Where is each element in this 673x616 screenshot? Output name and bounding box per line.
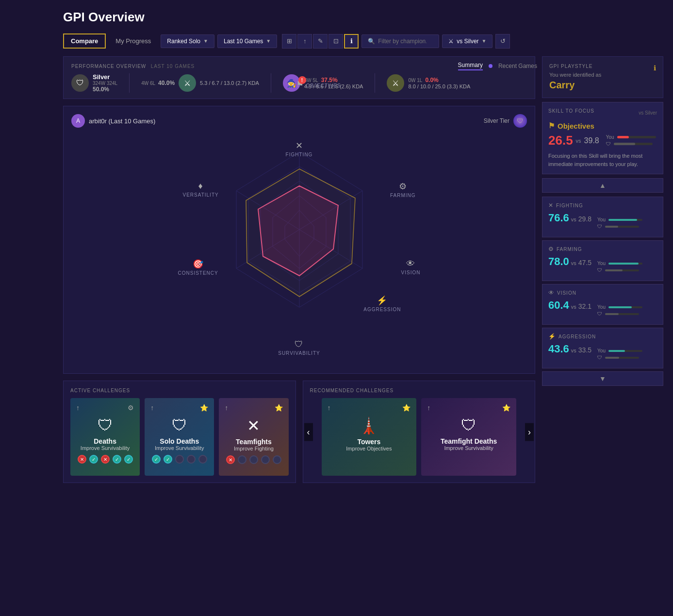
teamfight-deaths-card-subtitle: Improve Survivability — [444, 445, 493, 451]
solo-deaths-dot-4 — [187, 455, 196, 464]
challenge-card-deaths[interactable]: ↑ ⚙ 🛡 Deaths Improve Survivability ✕ ✓ ✕ — [70, 398, 140, 476]
skill-focus-you-bar-row: You — [606, 134, 656, 140]
tier-icon: 🛡 — [513, 114, 527, 128]
teamfights-top-icons: ↑ ⭐ — [225, 404, 282, 412]
radar-svg — [173, 133, 426, 366]
vision-silver-icon: 🛡 — [597, 311, 602, 316]
summary-tab[interactable]: Summary — [458, 62, 483, 70]
teamfight-deaths-card-content: ↑ ⭐ 🛡 Teamfight Deaths Improve Survivabi… — [421, 398, 516, 476]
collapse-button[interactable]: ▲ — [542, 178, 663, 193]
vs-silver-dropdown[interactable]: ⚔ vs Silver ▼ — [442, 34, 492, 48]
skill-vs-score: 39.8 — [584, 136, 599, 145]
consistency-icon: 🎯 — [178, 259, 218, 269]
radar-label-objectives: ⚑ ! OBJECTIVES — [193, 79, 445, 91]
towers-card-title: Towers — [357, 438, 380, 446]
vision-progress-bars: You 🛡 — [597, 304, 642, 316]
deaths-dot-5: ✓ — [124, 455, 133, 464]
view-edit-icon[interactable]: ✎ — [313, 34, 328, 49]
vision-card-header: 👁 VISION — [548, 289, 657, 296]
teamfights-center-icon: ✕ — [247, 416, 260, 435]
versatility-icon: ♦ — [183, 181, 219, 191]
refresh-button[interactable]: ↺ — [495, 34, 510, 49]
ranked-solo-dropdown[interactable]: Ranked Solo ▼ — [161, 34, 214, 48]
view-info-icon[interactable]: ℹ — [344, 34, 359, 49]
solo-deaths-dots: ✓ ✓ — [152, 455, 207, 464]
vision-silver-bar-fill — [605, 313, 619, 315]
solo-deaths-dot-2: ✓ — [164, 455, 172, 464]
deaths-card-title: Deaths — [94, 437, 116, 445]
compare-button[interactable]: Compare — [63, 33, 106, 49]
deaths-dot-2: ✓ — [89, 455, 98, 464]
view-list-icon[interactable]: ↑ — [297, 34, 312, 49]
fighting-you-bar-bg — [608, 219, 642, 221]
aggression-progress-bars: You 🛡 — [597, 348, 642, 360]
vision-icon: 👁 — [401, 259, 421, 269]
view-grid-icon[interactable]: ⊞ — [282, 34, 296, 49]
gpi-playstyle-section: GPI PLAYSTYLE ℹ You were identified as C… — [542, 56, 663, 98]
view-compact-icon[interactable]: ⊡ — [328, 34, 343, 49]
page-title: GPI Overview — [63, 10, 663, 25]
solo-deaths-icon-right: ⭐ — [200, 404, 208, 412]
active-challenges-label: ACTIVE CHALLENGES — [70, 388, 289, 393]
deaths-icon-left: ↑ — [76, 404, 80, 412]
radar-label-versatility: ♦ VERSATILITY — [183, 181, 219, 198]
challenge-card-teamfights[interactable]: ↑ ⭐ ✕ Teamfights Improve Fighting ✕ — [219, 398, 288, 476]
objectives-skill-icon: ⚑ — [548, 121, 555, 130]
radar-label-survivability: 🛡 SURVIVABILITY — [278, 339, 320, 356]
vs-silver-icon: ⚔ — [448, 38, 454, 45]
silver-label-icon: 🛡 — [606, 141, 611, 147]
farming-icon: ⚙ — [390, 181, 416, 192]
challenge-card-towers[interactable]: ↑ ⭐ 🗼 Towers Improve Objectives — [322, 398, 417, 476]
solo-deaths-center-icon: 🛡 — [172, 416, 187, 434]
skill-focus-name: ⚑ Objectives — [548, 121, 657, 130]
skill-vs-label: vs — [576, 138, 581, 144]
left-panel: PERFORMANCE OVERVIEW last 10 games Summa… — [63, 56, 535, 483]
aggression-silver-icon: 🛡 — [597, 355, 602, 360]
expand-button[interactable]: ▼ — [542, 371, 663, 386]
fighting-card-header: ✕ FIGHTING — [548, 202, 657, 209]
radar-label-consistency: 🎯 CONSISTENCY — [178, 259, 218, 276]
champion-filter: 🔍 — [361, 34, 439, 48]
skill-focus-progress-bars: You 🛡 — [606, 134, 656, 147]
skill-focus-vs-label: vs Silver — [639, 110, 657, 116]
challenge-card-teamfight-deaths[interactable]: ↑ ⭐ 🛡 Teamfight Deaths Improve Survivabi… — [421, 398, 516, 476]
my-progress-button[interactable]: My Progress — [109, 34, 158, 48]
teamfights-dot-5 — [273, 455, 281, 464]
skill-focus-you-bar-bg — [617, 136, 656, 138]
recent-games-tab[interactable]: Recent Games — [498, 63, 537, 69]
teamfights-card-title: Teamfights — [236, 438, 272, 446]
last-10-games-dropdown[interactable]: Last 10 Games ▼ — [217, 34, 277, 48]
vision-you-bar-row: You — [597, 304, 642, 310]
gpi-info-icon: ℹ — [654, 64, 656, 72]
fighting-card-scores: 76.6 vs 29.8 You 🛡 — [548, 212, 657, 229]
champion-filter-input[interactable] — [378, 38, 427, 45]
chevron-down-icon: ▼ — [482, 38, 487, 44]
deaths-center-icon: 🛡 — [98, 416, 113, 434]
teamfights-icon-right: ⭐ — [275, 404, 283, 412]
fighting-silver-bar-fill — [605, 226, 618, 228]
solo-deaths-card-content: ↑ ⭐ 🛡 Solo Deaths Improve Survivability … — [145, 398, 214, 476]
radar-chart: ✕ FIGHTING ⚙ FARMING 👁 VISION ⚡ AGGRESSI… — [173, 133, 426, 366]
teamfight-deaths-top-icons: ↑ ⭐ — [427, 404, 510, 412]
farming-score: 78.0 — [548, 255, 569, 268]
recommended-challenges-section: RECOMMENDED CHALLENGES ‹ › ↑ ⭐ — [303, 381, 536, 483]
fighting-you-bar-fill — [608, 219, 638, 221]
silver-avatar: 🛡 — [71, 74, 89, 92]
farming-silver-bar-bg — [605, 269, 639, 271]
objectives-icon: ⚑ ! — [296, 79, 304, 90]
solo-deaths-icon-left: ↑ — [150, 404, 154, 412]
towers-card-content: ↑ ⭐ 🗼 Towers Improve Objectives — [322, 398, 417, 476]
vision-vs-label: vs — [571, 304, 576, 310]
vision-score: 60.4 — [548, 299, 569, 312]
solo-deaths-dot-5 — [198, 455, 207, 464]
recommended-prev-button[interactable]: ‹ — [304, 423, 313, 441]
solo-deaths-dot-1: ✓ — [152, 455, 161, 464]
farming-silver-icon: 🛡 — [597, 267, 602, 273]
recommended-next-button[interactable]: › — [525, 423, 534, 441]
vision-silver-bar-row: 🛡 — [597, 311, 642, 316]
skill-focus-description: Focusing on this Skill will bring the mo… — [548, 152, 657, 168]
perf-winrate-champ1: 40.0% — [158, 80, 175, 86]
challenge-card-solo-deaths[interactable]: ↑ ⭐ 🛡 Solo Deaths Improve Survivability … — [145, 398, 214, 476]
aggression-card-name: AGGRESSION — [558, 334, 596, 339]
farming-you-bar-row: You — [597, 261, 642, 266]
